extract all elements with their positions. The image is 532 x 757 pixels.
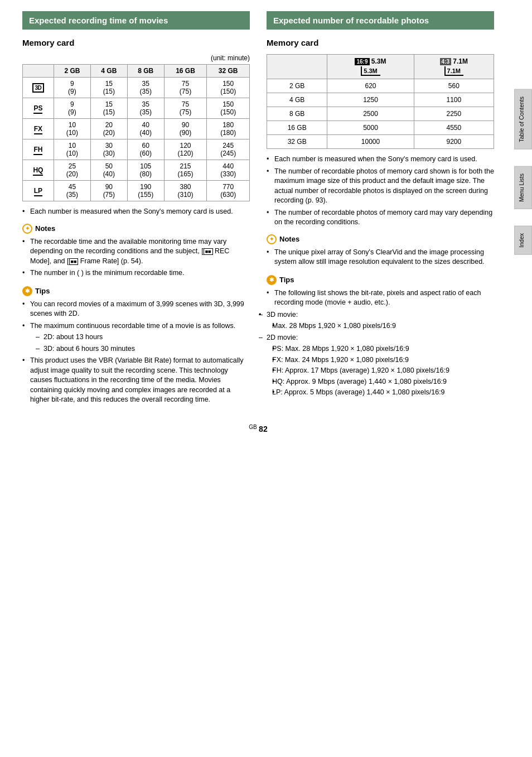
cell-hq-4gb: 50(40)	[90, 160, 127, 181]
right-notes-icon: ✦	[267, 234, 277, 244]
size-bracket-43: 7.1M	[444, 66, 463, 76]
notes-icon: ✦	[22, 224, 32, 234]
photos-32gb-43: 9200	[414, 135, 494, 149]
table-header-16gb: 16 GB	[164, 65, 207, 78]
photos-8gb-43: 2250	[414, 107, 494, 121]
right-note-1: The unique pixel array of Sony's ClearVi…	[267, 248, 494, 267]
photos-32gb-169: 10000	[327, 135, 414, 149]
right-tip-fh: FH: Approx. 17 Mbps (average) 1,920 × 1,…	[272, 366, 494, 376]
left-note-2: The number in ( ) is the minimum recorda…	[22, 268, 250, 278]
right-column: Expected number of recordable photos Mem…	[267, 11, 494, 413]
table-row: LP 45(35) 90(75) 190(155) 380(310) 770(6…	[23, 181, 250, 201]
cell-fx-32gb: 180(180)	[207, 119, 250, 139]
cell-lp-4gb: 90(75)	[90, 181, 127, 201]
left-notes-list: The recordable time and the available mo…	[22, 237, 250, 278]
ratio-badge-43: 4:3	[440, 58, 451, 65]
cell-lp-32gb: 770(630)	[207, 181, 250, 201]
photos-size-4gb: 4 GB	[267, 93, 327, 107]
right-notes-header: ✦ Notes	[267, 234, 494, 244]
left-section-header: Expected recording time of movies	[22, 11, 250, 30]
right-tip-lp: LP: Approx. 5 Mbps (average) 1,440 × 1,0…	[272, 388, 494, 398]
right-notes-list: The unique pixel array of Sony's ClearVi…	[267, 248, 494, 267]
left-memory-card-title: Memory card	[22, 38, 250, 47]
photos-2gb-43: 560	[414, 79, 494, 93]
recording-time-table: 2 GB 4 GB 8 GB 16 GB 32 GB 3D 9(9) 15(15…	[22, 64, 250, 201]
cell-fx-2gb: 10(10)	[54, 119, 90, 139]
table-row: 4 GB 1250 1100	[267, 93, 494, 107]
tab-index[interactable]: Index	[514, 226, 532, 255]
right-tip-hq: HQ: Approx. 9 Mbps (average) 1,440 × 1,0…	[272, 377, 494, 387]
right-tips-header: ✱ Tips	[267, 275, 494, 285]
page-footer: GB 82	[22, 424, 494, 433]
cell-hq-2gb: 25(20)	[54, 160, 90, 181]
table-row: 8 GB 2500 2250	[267, 107, 494, 121]
cell-fh-32gb: 245(245)	[207, 139, 250, 160]
gb-label: GB	[249, 424, 257, 430]
left-tip-2: The maximum continuous recordable time o…	[22, 321, 250, 354]
left-bullet-notes: Each number is measured when the Sony's …	[22, 207, 250, 217]
right-section-header: Expected number of recordable photos	[267, 11, 494, 30]
table-header-32gb: 32 GB	[207, 65, 250, 78]
table-header-8gb: 8 GB	[127, 65, 164, 78]
mode-fh: FH	[23, 139, 54, 160]
photos-header-empty	[267, 55, 327, 79]
mode-lp: LP	[23, 181, 54, 201]
right-tip-2d-details: PS: Max. 28 Mbps 1,920 × 1,080 pixels/16…	[259, 344, 494, 398]
cell-3d-16gb: 75(75)	[164, 78, 207, 98]
cell-fh-8gb: 60(60)	[127, 139, 164, 160]
cell-fh-4gb: 30(30)	[90, 139, 127, 160]
photos-4gb-43: 1100	[414, 93, 494, 107]
left-bullet-note-1: Each number is measured when the Sony's …	[22, 207, 250, 217]
unit-note: (unit: minute)	[22, 54, 250, 62]
side-tabs: Table of Contents Menu Lists Index	[514, 0, 532, 757]
table-row: 32 GB 10000 9200	[267, 135, 494, 149]
mode-hq: HQ	[23, 160, 54, 181]
table-row: 3D 9(9) 15(15) 35(35) 75(75) 150(150)	[23, 78, 250, 98]
cell-fx-16gb: 90(90)	[164, 119, 207, 139]
left-note-1: The recordable time and the available mo…	[22, 237, 250, 267]
photos-size-16gb: 16 GB	[267, 121, 327, 135]
page-number: 82	[259, 425, 268, 433]
tab-menu-lists[interactable]: Menu Lists	[514, 166, 532, 209]
cell-3d-4gb: 15(15)	[90, 78, 127, 98]
mode-3d: 3D	[23, 78, 54, 98]
photos-2gb-169: 620	[327, 79, 414, 93]
right-memory-card-title: Memory card	[267, 38, 494, 47]
cell-3d-8gb: 35(35)	[127, 78, 164, 98]
cell-fx-4gb: 20(20)	[90, 119, 127, 139]
right-tip-ps: PS: Max. 28 Mbps 1,920 × 1,080 pixels/16…	[272, 344, 494, 354]
right-bullet-3: The number of recordable photos of memor…	[267, 208, 494, 228]
cell-ps-16gb: 75(75)	[164, 98, 207, 119]
left-tips-section: ✱ Tips You can record movies of a maximu…	[22, 286, 250, 405]
right-tip-2d: 2D movie:	[259, 333, 494, 343]
cell-3d-32gb: 150(150)	[207, 78, 250, 98]
table-row: 16 GB 5000 4550	[267, 121, 494, 135]
right-tip-fx: FX: Max. 24 Mbps 1,920 × 1,080 pixels/16…	[272, 355, 494, 365]
photos-size-8gb: 8 GB	[267, 107, 327, 121]
tab-table-of-contents[interactable]: Table of Contents	[514, 89, 532, 150]
cell-lp-2gb: 45(35)	[54, 181, 90, 201]
cell-ps-2gb: 9(9)	[54, 98, 90, 119]
right-bullet-1: Each number is measured when the Sony's …	[267, 155, 494, 165]
mode-ps: PS	[23, 98, 54, 119]
right-tips-section: ✱ Tips The following list shows the bit-…	[267, 275, 494, 398]
left-tips-list: You can record movies of a maximum of 3,…	[22, 300, 250, 405]
cell-hq-32gb: 440(330)	[207, 160, 250, 181]
cell-3d-2gb: 9(9)	[54, 78, 90, 98]
table-header-4gb: 4 GB	[90, 65, 127, 78]
table-row: FH 10(10) 30(30) 60(60) 120(120) 245(245…	[23, 139, 250, 160]
table-row: PS 9(9) 15(15) 35(35) 75(75) 150(150)	[23, 98, 250, 119]
cell-fh-16gb: 120(120)	[164, 139, 207, 160]
right-tip-intro: The following list shows the bit-rate, p…	[267, 288, 494, 308]
cell-ps-4gb: 15(15)	[90, 98, 127, 119]
table-row: HQ 25(20) 50(40) 105(80) 215(165) 440(33…	[23, 160, 250, 181]
photos-8gb-169: 2500	[327, 107, 414, 121]
photos-table: 16:9 5.3M 5.3M 4:3 7.1M	[267, 54, 494, 149]
cell-hq-16gb: 215(165)	[164, 160, 207, 181]
right-notes-section: ✦ Notes The unique pixel array of Sony's…	[267, 234, 494, 267]
ratio-badge-169: 16:9	[355, 58, 369, 65]
right-tip-2d-item: 2D movie:	[259, 333, 494, 343]
right-bullet-notes: Each number is measured when the Sony's …	[267, 155, 494, 228]
cell-hq-8gb: 105(80)	[127, 160, 164, 181]
mode-fx: FX	[23, 119, 54, 139]
